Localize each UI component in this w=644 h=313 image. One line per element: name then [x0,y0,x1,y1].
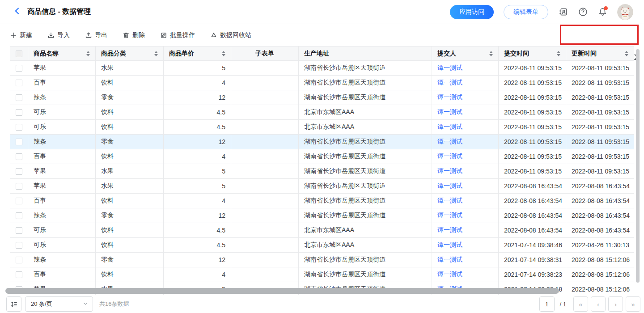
submitter-link[interactable]: 谭一测试 [437,79,462,86]
row-checkbox[interactable] [16,124,22,131]
contacts-icon[interactable] [558,7,568,17]
cell-price: 12 [164,90,231,105]
submitter-link[interactable]: 谭一测试 [437,271,462,278]
row-checkbox[interactable] [16,109,22,116]
select-all-checkbox[interactable] [16,51,22,57]
table-row[interactable]: 可乐饮料4.5北京市东城区AAA谭一测试2022-08-11 09:53:152… [10,105,634,120]
page-size-select[interactable]: 20 条/页 [25,296,93,312]
submitter-link[interactable]: 谭一测试 [437,138,462,145]
row-checkbox[interactable] [16,198,22,204]
cell-name: 可乐 [28,105,96,120]
table-row[interactable]: 百事饮料4湖南省长沙市岳麓区天顶街道谭一测试2021-07-14 09:38:2… [10,267,634,282]
prev-page-button[interactable]: ‹ [591,296,606,312]
row-checkbox[interactable] [16,242,22,249]
import-icon [47,32,55,39]
help-icon[interactable] [578,7,588,17]
table-row[interactable]: 辣条零食12湖南省长沙市岳麓区天顶街道谭一测试2021-07-14 09:38:… [10,253,634,267]
column-header-submitter[interactable]: 提交人 [432,47,499,61]
submitter-link[interactable]: 谭一测试 [437,152,462,160]
column-label: 生产地址 [304,50,329,58]
column-header-name[interactable]: 商品名称 [28,47,96,61]
submitter-link[interactable]: 谭一测试 [437,93,462,101]
row-checkbox[interactable] [16,168,22,175]
cell-subform [231,76,299,90]
cell-address: 北京市东城区AAA [299,120,432,135]
first-page-button[interactable]: « [573,296,588,312]
cell-subform [231,135,299,149]
table-row[interactable]: 苹果水果5湖南省长沙市岳麓区天顶街道谭一测试2022-08-11 09:53:1… [10,164,634,179]
submitter-link[interactable]: 谭一测试 [437,211,462,219]
vertical-scrollbar[interactable] [636,49,640,283]
edit-form-button[interactable]: 编辑表单 [504,5,548,19]
row-checkbox[interactable] [16,257,22,263]
row-checkbox[interactable] [16,212,22,219]
row-height-button[interactable] [6,296,21,312]
row-checkbox[interactable] [16,271,22,278]
notification-dot [604,6,608,10]
toolbar-action-delete[interactable]: 删除 [123,31,145,39]
horizontal-scrollbar[interactable] [5,288,559,294]
toolbar-action-export[interactable]: 导出 [85,31,107,39]
table-row[interactable]: 苹果水果5湖南省长沙市岳麓区天顶街道谭一测试2022-08-11 09:53:1… [10,61,634,76]
cell-update_time: 2022-08-11 09:53:15 [566,105,634,120]
submitter-link[interactable]: 谭一测试 [437,123,462,130]
last-page-icon: » [631,300,635,308]
submitter-link[interactable]: 谭一测试 [437,64,462,71]
row-checkbox[interactable] [16,94,22,101]
table-row[interactable]: 苹果水果5湖南省长沙市岳麓区天顶街道谭一测试2022-08-08 16:43:5… [10,179,634,194]
submitter-link[interactable]: 谭一测试 [437,108,462,115]
cell-category: 水果 [96,61,164,76]
submitter-link[interactable]: 谭一测试 [437,256,462,263]
column-header-submit_time[interactable]: 提交时间 [499,47,566,61]
sort-icon[interactable] [487,51,493,56]
toolbar-action-import[interactable]: 导入 [47,31,70,39]
toolbar-action-plus[interactable]: 新建 [10,31,32,39]
submitter-link[interactable]: 谭一测试 [437,241,462,248]
next-page-button[interactable]: › [608,296,623,312]
column-header-price[interactable]: 商品单价 [164,47,231,61]
sort-icon[interactable] [554,51,560,56]
app-access-button[interactable]: 应用访问 [450,5,494,19]
column-header-category[interactable]: 商品分类 [96,47,164,61]
sort-icon[interactable] [219,51,225,56]
table-row[interactable]: 辣条零食12湖南省长沙市岳麓区天顶街道谭一测试2022-08-08 16:43:… [10,208,634,223]
column-label: 提交人 [437,50,456,58]
cell-category: 饮料 [96,223,164,238]
row-checkbox[interactable] [16,153,22,160]
avatar[interactable] [617,4,633,20]
row-checkbox-cell [10,105,28,120]
table-row[interactable]: 辣条零食12湖南省长沙市岳麓区天顶街道谭一测试2022-08-11 09:53:… [10,135,634,149]
table-row[interactable]: 可乐饮料4.5北京市东城区AAA谭一测试2022-08-11 09:53:152… [10,120,634,135]
table-row[interactable]: 百事饮料4湖南省长沙市岳麓区天顶街道谭一测试2022-08-11 09:53:1… [10,76,634,90]
table-row[interactable]: 辣条零食12湖南省长沙市岳麓区天顶街道谭一测试2022-08-11 09:53:… [10,90,634,105]
first-page-icon: « [579,300,582,308]
row-checkbox[interactable] [16,65,22,72]
row-checkbox[interactable] [16,80,22,86]
table-row[interactable]: 可乐饮料4.5北京市东城区AAA谭一测试2021-07-14 09:38:462… [10,238,634,253]
bell-icon[interactable] [597,7,607,17]
cell-submitter: 谭一测试 [432,223,499,238]
row-checkbox[interactable] [16,183,22,190]
table-row[interactable]: 百事饮料4湖南省长沙市岳麓区天顶街道谭一测试2022-08-08 16:43:5… [10,194,634,208]
submitter-link[interactable]: 谭一测试 [437,167,462,174]
toolbar-action-recycle[interactable]: 数据回收站 [210,31,251,39]
submitter-link[interactable]: 谭一测试 [437,182,462,189]
table-row[interactable]: 可乐饮料4.5北京市东城区AAA谭一测试2022-08-08 16:43:542… [10,223,634,238]
sort-icon[interactable] [84,51,90,56]
submitter-link[interactable]: 谭一测试 [437,197,462,204]
page-number-input[interactable] [539,296,555,312]
export-icon [85,32,92,39]
row-checkbox[interactable] [16,139,22,145]
last-page-button[interactable]: » [626,296,640,312]
sort-icon[interactable] [622,51,628,56]
back-button[interactable] [13,7,21,17]
cell-update_time: 2022-08-11 09:53:15 [566,76,634,90]
cell-price: 4 [164,149,231,164]
toolbar-action-batch[interactable]: 批量操作 [160,31,195,39]
column-header-update_time[interactable]: 更新时间 [566,47,634,61]
table-row[interactable]: 百事饮料4湖南省长沙市岳麓区天顶街道谭一测试2022-08-11 09:53:1… [10,149,634,164]
submitter-link[interactable]: 谭一测试 [437,226,462,233]
top-header: 商品信息 - 数据管理 应用访问 编辑表单 [0,0,644,24]
row-checkbox[interactable] [16,227,22,234]
sort-icon[interactable] [152,51,158,56]
